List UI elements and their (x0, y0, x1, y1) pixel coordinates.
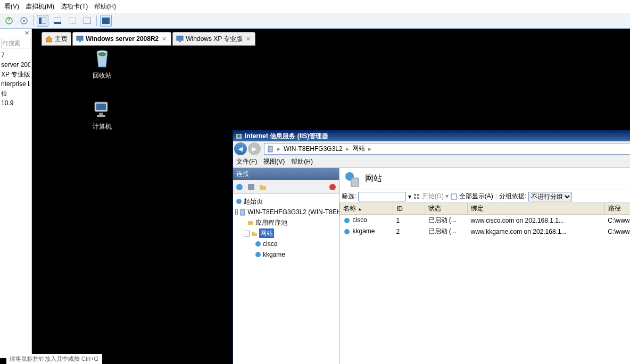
tab-win2008[interactable]: Windows server 2008R2 ✕ (72, 32, 171, 46)
connections-header: 连接 (233, 168, 339, 180)
start-page-icon (235, 198, 243, 205)
svg-rect-7 (54, 22, 61, 24)
snapshot-icon[interactable] (18, 15, 30, 27)
window-titlebar[interactable]: Internet 信息服务 (IIS)管理器 (233, 131, 630, 141)
library-item[interactable]: nterprise L (1, 79, 30, 89)
tree-label: kkgame (263, 250, 285, 259)
forward-button[interactable]: ► (248, 142, 261, 155)
cell-name: kkgame (353, 227, 375, 235)
menu-help[interactable]: 帮助(H) (92, 1, 118, 12)
tab-close-icon[interactable]: ✕ (161, 36, 168, 43)
folder-icon[interactable] (259, 183, 267, 191)
library-item[interactable]: 位 (1, 89, 30, 98)
svg-rect-28 (241, 209, 245, 215)
connect-icon[interactable] (235, 183, 244, 191)
iis-icon (235, 132, 243, 140)
table-row[interactable]: kkgame 2 已启动 (... www.kkgame.com on 202.… (340, 226, 631, 237)
library-item[interactable]: XP 专业版 (1, 70, 30, 79)
recycle-bin-icon[interactable]: 回收站 (84, 48, 121, 80)
power-icon[interactable] (3, 15, 15, 27)
vm-toolbar (0, 13, 630, 29)
footer-hint: 请将鼠标指针放入其中或按 Ctrl+G (6, 354, 102, 364)
show-all-button[interactable]: 全部显示(A) (451, 192, 493, 201)
vm-menubar: 看(V) 虚拟机(M) 选项卡(T) 帮助(H) (0, 0, 630, 13)
col-binding[interactable]: 绑定 (468, 203, 605, 215)
breadcrumb-server[interactable]: WIN-T8EHFG3G3L2 (284, 145, 343, 153)
svg-rect-23 (268, 146, 272, 152)
unity-icon[interactable] (81, 15, 93, 27)
save-icon[interactable] (247, 183, 255, 191)
dropdown-icon[interactable]: ▾ (408, 193, 411, 200)
filter-input[interactable] (358, 192, 406, 201)
back-button[interactable]: ◄ (234, 142, 247, 155)
svg-rect-29 (248, 221, 253, 225)
window-title: Internet 信息服务 (IIS)管理器 (245, 132, 328, 141)
connections-tree[interactable]: 起始页 - WIN-T8EHFG3G3L2 (WIN-T8EHF 应用程序池 (233, 194, 339, 364)
nav-bar: ◄ ► ▸ WIN-T8EHFG3G3L2 ▸ 网站 ▸ (233, 141, 630, 156)
collapse-icon[interactable]: - (235, 209, 238, 215)
svg-point-40 (344, 229, 350, 234)
view-mode-2[interactable] (52, 15, 63, 27)
svg-rect-18 (96, 104, 106, 110)
computer-icon[interactable]: 计算机 (84, 99, 121, 131)
group-by-select[interactable]: 不进行分组 (528, 192, 572, 201)
tab-close-icon[interactable]: ✕ (245, 36, 252, 43)
tree-server[interactable]: - WIN-T8EHFG3G3L2 (WIN-T8EHF (235, 207, 337, 217)
menu-view[interactable]: 看(V) (2, 1, 21, 12)
tab-winxp[interactable]: Windows XP 专业版 ✕ (172, 32, 255, 46)
tree-site-kkgame[interactable]: kkgame (235, 249, 337, 260)
console-icon[interactable] (100, 15, 112, 27)
panel-close-icon[interactable]: ✕ (0, 29, 31, 38)
start-button[interactable]: 开始(G) ▾ (413, 192, 449, 201)
stop-icon[interactable] (328, 183, 337, 191)
svg-point-30 (255, 241, 261, 247)
svg-point-26 (329, 184, 336, 190)
fullscreen-icon[interactable] (67, 15, 78, 27)
library-item[interactable]: 7 (1, 50, 30, 60)
menu-file[interactable]: 文件(F) (236, 157, 257, 166)
watermark-text: 51CTO.com (527, 326, 619, 343)
svg-rect-34 (414, 194, 416, 196)
tab-home[interactable]: 主页 (42, 32, 71, 46)
tree-site-cisco[interactable]: cisco (235, 239, 337, 249)
tree-start-page[interactable]: 起始页 (235, 196, 337, 207)
col-id[interactable]: ID (393, 203, 425, 215)
library-tree[interactable]: 7 server 200 XP 专业版 nterprise L 位 10.9 (0, 48, 31, 110)
tab-label: 主页 (55, 35, 68, 44)
col-status[interactable]: 状态 (425, 203, 468, 215)
cell-id: 2 (393, 226, 425, 237)
view-mode-1[interactable] (37, 15, 48, 27)
tree-sites[interactable]: - 网站 (235, 228, 337, 239)
library-item[interactable]: 10.9 (1, 98, 30, 108)
breadcrumb-sites[interactable]: 网站 (352, 144, 365, 153)
svg-rect-25 (248, 184, 254, 190)
guest-desktop[interactable]: 回收站 计算机 Internet 信息服务 (IIS)管理器 ◄ ► ▸ WIN… (40, 46, 630, 359)
group-by-label: 分组依据: (499, 192, 526, 201)
library-item[interactable]: server 200 (1, 60, 30, 70)
menu-view[interactable]: 视图(V) (263, 157, 285, 166)
pane-heading: 网站 (365, 173, 382, 184)
col-path[interactable]: 路径 (604, 203, 630, 215)
filter-bar: 筛选: ▾ 开始(G) ▾ 全部显示(A) | 分组依据: 不进行分组 (339, 190, 630, 203)
address-bar[interactable]: ▸ WIN-T8EHFG3G3L2 ▸ 网站 ▸ (264, 143, 630, 155)
cell-status: 已启动 (... (425, 215, 468, 226)
tree-label: cisco (263, 239, 277, 249)
menu-help[interactable]: 帮助(H) (291, 157, 313, 166)
cell-name: cisco (353, 216, 367, 224)
connections-pane: 连接 起始页 - WIN-T8EHFG3G3L (233, 168, 339, 364)
icon-label: 回收站 (84, 71, 121, 80)
menu-tabs[interactable]: 选项卡(T) (59, 1, 90, 12)
menu-vm[interactable]: 虚拟机(M) (23, 1, 56, 12)
svg-point-3 (23, 20, 25, 22)
monitor-icon (76, 35, 84, 43)
table-row[interactable]: cisco 1 已启动 (... www.cisco.com on 202.16… (340, 215, 631, 226)
library-search[interactable]: 行搜索 (1, 38, 30, 48)
tree-label: 起始页 (244, 197, 263, 206)
home-icon (45, 35, 53, 43)
collapse-icon[interactable]: - (244, 231, 250, 236)
globe-icon (343, 217, 351, 224)
svg-rect-11 (77, 36, 83, 40)
col-name[interactable]: 名称 ▲ (340, 203, 393, 215)
tree-app-pools[interactable]: 应用程序池 (235, 217, 337, 228)
svg-rect-36 (414, 197, 416, 199)
